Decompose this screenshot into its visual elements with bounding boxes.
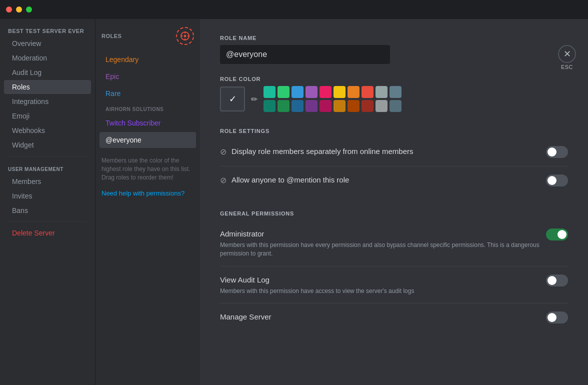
toggle-display-separately[interactable] [546,146,568,158]
perm-left-manage: Manage Server [220,312,546,322]
perm-left-admin: Administrator Members with this permissi… [220,228,546,258]
setting-text-display: Display role members separately from onl… [232,146,546,156]
role-item-rare[interactable]: Rare [100,86,196,102]
roles-add-button[interactable] [176,27,194,45]
role-color-label: Role Color [220,76,568,82]
permission-manage-server: Manage Server [220,304,568,332]
toggle-allow-mention[interactable] [546,174,568,186]
color-swatch[interactable] [376,100,388,112]
roles-hint: Members use the color of the highest rol… [96,148,200,190]
sidebar-item-invites[interactable]: Invites [4,189,91,203]
traffic-light-red[interactable] [6,6,12,12]
roles-help-link[interactable]: Need help with permissions? [96,190,200,197]
perm-left-audit: View Audit Log Members with this permiss… [220,274,546,296]
sidebar-item-emoji[interactable]: Emoji [4,109,91,123]
sidebar-item-webhooks[interactable]: Webhooks [4,124,91,138]
role-settings-label: Role Settings [220,128,568,134]
close-icon: ✕ [564,48,571,60]
role-item-twitch[interactable]: Twitch Subscriber [100,115,196,131]
toggle-manage-server[interactable] [546,312,568,324]
traffic-light-yellow[interactable] [16,6,22,12]
user-management-label: User Management [0,160,95,174]
toggle-thumb-mention [548,176,556,185]
ban-icon-mention: ⊘ [220,176,226,185]
color-swatch[interactable] [306,86,318,98]
setting-left-mention: ⊘ Allow anyone to @mention this role [220,174,546,185]
toggle-thumb-admin [558,230,566,239]
toggle-view-audit-log[interactable] [546,274,568,286]
color-swatch[interactable] [292,86,304,98]
close-button-area[interactable]: ✕ ESC [558,45,576,70]
roles-panel-header: Roles [96,27,200,51]
role-item-everyone[interactable]: @everyone [100,132,196,148]
color-swatch[interactable] [362,100,374,112]
setting-text-mention: Allow anyone to @mention this role [232,174,546,185]
eyedropper-icon[interactable]: ✏ [249,92,260,106]
sidebar-item-integrations[interactable]: Integrations [4,94,91,108]
color-picker-row: ✓ ✏ [220,86,568,112]
server-name: Best Test Server Ever [0,24,95,36]
sidebar-item-bans[interactable]: Bans [4,204,91,218]
perm-desc-audit: Members with this permission have access… [220,287,546,296]
color-swatch[interactable] [348,86,360,98]
color-checkmark: ✓ [229,94,236,104]
color-swatch[interactable] [362,86,374,98]
perm-text-audit: View Audit Log Members with this permiss… [220,274,546,296]
color-swatch[interactable] [278,86,290,98]
perm-title-manage: Manage Server [220,312,546,322]
role-color-section: Role Color ✓ ✏ [220,76,568,112]
sidebar-item-members[interactable]: Members [4,174,91,188]
color-swatch[interactable] [320,86,332,98]
color-swatch[interactable] [264,86,276,98]
close-circle[interactable]: ✕ [558,45,576,63]
sidebar: Best Test Server Ever Overview Moderatio… [0,19,95,385]
perm-title-admin: Administrator [220,228,546,239]
color-swatch[interactable] [334,100,346,112]
traffic-light-green[interactable] [26,6,32,12]
role-item-airhorn: AIRHORN SOLUTIONS [100,102,196,114]
color-swatch[interactable] [306,100,318,112]
color-swatch[interactable] [292,100,304,112]
sidebar-item-widget[interactable]: Widget [4,138,91,152]
permission-administrator: Administrator Members with this permissi… [220,220,568,266]
role-item-legendary[interactable]: Legendary [100,52,196,68]
sidebar-divider-2 [8,222,87,222]
sidebar-divider [8,156,87,156]
color-swatch[interactable] [334,86,346,98]
color-swatch[interactable] [376,86,388,98]
selected-color-box[interactable]: ✓ [220,86,245,112]
role-name-label: Role Name [220,35,568,41]
toggle-administrator[interactable] [546,228,568,240]
roles-panel: Roles Legendary Epic Rare AIRHORN SOLUTI… [95,19,200,385]
svg-point-1 [184,35,186,38]
perm-text-manage: Manage Server [220,312,546,322]
title-bar [0,0,588,19]
color-swatch[interactable] [390,86,402,98]
color-swatch[interactable] [390,100,402,112]
color-row-1 [264,86,402,98]
general-permissions-section: General Permissions Administrator Member… [220,210,568,332]
role-name-input[interactable] [220,45,390,64]
setting-display-separately: ⊘ Display role members separately from o… [220,138,568,166]
color-swatch[interactable] [320,100,332,112]
sidebar-item-roles[interactable]: Roles [4,80,91,94]
toggle-thumb-display [548,148,556,156]
color-swatch[interactable] [348,100,360,112]
color-swatch[interactable] [264,100,276,112]
toggle-thumb-manage [548,313,556,322]
sidebar-item-delete-server[interactable]: Delete Server [4,226,91,240]
setting-left-display: ⊘ Display role members separately from o… [220,146,546,156]
role-item-epic[interactable]: Epic [100,68,196,84]
sidebar-item-overview[interactable]: Overview [4,36,91,50]
sidebar-item-moderation[interactable]: Moderation [4,51,91,65]
permission-view-audit-log: View Audit Log Members with this permiss… [220,266,568,304]
setting-title-mention: Allow anyone to @mention this role [232,174,546,185]
app-body: Best Test Server Ever Overview Moderatio… [0,19,588,385]
color-swatch[interactable] [278,100,290,112]
ban-icon-display: ⊘ [220,147,226,156]
color-row-2 [264,100,402,112]
sidebar-item-audit-log[interactable]: Audit Log [4,66,91,80]
main-content: ✕ ESC Role Name Role Color ✓ ✏ [200,19,588,385]
setting-title-display: Display role members separately from onl… [232,146,546,156]
esc-label: ESC [561,64,573,70]
